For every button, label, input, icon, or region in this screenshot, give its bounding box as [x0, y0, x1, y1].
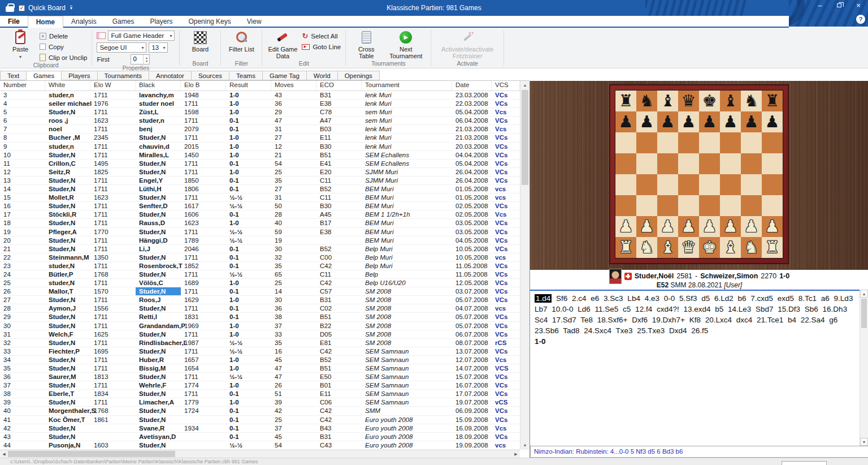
- board-square[interactable]: ♜: [615, 237, 636, 258]
- board-square[interactable]: [636, 132, 657, 153]
- board-square[interactable]: ♟: [636, 111, 657, 132]
- game-row[interactable]: 34Studer,N1711Huber,R16571-045B52SEM Sam…: [0, 356, 520, 364]
- vscroll-thumb[interactable]: [522, 90, 528, 185]
- view-tab-tournaments[interactable]: Tournaments: [98, 71, 149, 80]
- board-square[interactable]: ♞: [741, 237, 762, 258]
- game-row[interactable]: 38Eberle,T1834Studer,N17110-151E11SEM Sa…: [0, 390, 520, 398]
- game-row[interactable]: 17Stöckli,R1711Studer,N16060-128A45BEM 1…: [0, 210, 520, 219]
- board-square[interactable]: ♟: [741, 111, 762, 132]
- game-row[interactable]: 25studer,N1711Völös,C16891-025C42Belp U1…: [0, 279, 520, 287]
- chess-piece[interactable]: ♜: [615, 91, 636, 111]
- game-row[interactable]: 36Saurer,M1813Studer,N1711½-½47E50SEM Sa…: [0, 373, 520, 381]
- board-square[interactable]: ♟: [762, 216, 783, 237]
- board-square[interactable]: [741, 174, 762, 195]
- game-row[interactable]: 11Crillon,C1495Studer,N17110-154E41SEM E…: [0, 160, 520, 168]
- chess-piece[interactable]: ♟: [699, 216, 720, 237]
- board-square[interactable]: [657, 132, 678, 153]
- column-header-number[interactable]: Number: [0, 81, 45, 91]
- chess-piece[interactable]: ♟: [615, 111, 636, 132]
- chess-piece[interactable]: ♟: [678, 111, 699, 132]
- game-row[interactable]: 40Morgenthaler,S1768Studer,N17240-142C42…: [0, 407, 520, 415]
- notation-scroll-down-icon[interactable]: ▼: [860, 438, 868, 446]
- chess-piece[interactable]: ♟: [657, 216, 678, 237]
- board-square[interactable]: [741, 132, 762, 153]
- board-square[interactable]: [699, 174, 720, 195]
- game-row[interactable]: 4seiler michael1976studer noel17111-036E…: [0, 100, 520, 108]
- chess-piece[interactable]: ♞: [741, 237, 762, 258]
- game-row[interactable]: 5Studer,N1711Züst,L15981-029C78sem Muri0…: [0, 108, 520, 117]
- game-row[interactable]: 14Studer,N1711Lüthi,H18060-127B52BEM Mur…: [0, 185, 520, 193]
- board-square[interactable]: ♟: [699, 111, 720, 132]
- chess-piece[interactable]: ♟: [699, 111, 720, 132]
- quickboard-checkbox[interactable]: ✓: [19, 5, 25, 11]
- view-tab-players[interactable]: Players: [62, 71, 97, 80]
- next-tournament-button[interactable]: ▶ Next Tournament: [385, 29, 426, 60]
- game-row[interactable]: 9studer,n1711chauvin,d20151-012B30lenk M…: [0, 143, 520, 151]
- game-row[interactable]: 44Pusonja,N1603Studer,N½-½54C43Euro yout…: [0, 441, 520, 450]
- board-square[interactable]: ♟: [657, 216, 678, 237]
- scroll-left-icon[interactable]: ◀: [0, 450, 8, 458]
- notation-scroll-up-icon[interactable]: ▲: [860, 290, 868, 298]
- game-row[interactable]: 7noel1711benj20790-131B03lenk Muri21.03.…: [0, 125, 520, 134]
- chess-piece[interactable]: ♚: [699, 91, 720, 111]
- board-square[interactable]: ♜: [762, 91, 783, 111]
- game-row[interactable]: 3studer,n1711lavanchy,m19481-043B31lenk …: [0, 91, 520, 100]
- game-row[interactable]: 35Studer,N1711Bissig,M16541-047B51SEM Sa…: [0, 364, 520, 373]
- hscroll-thumb[interactable]: [8, 451, 175, 457]
- select-all-button[interactable]: ↻Select All: [302, 32, 341, 40]
- board-square[interactable]: ♝: [720, 237, 741, 258]
- column-header-vcs[interactable]: VCS: [492, 81, 520, 91]
- chess-piece[interactable]: ♛: [678, 91, 699, 111]
- chess-piece[interactable]: ♜: [615, 237, 636, 258]
- game-row[interactable]: 19Pfleger,A1770Studer,N1711½-½59E38BEM M…: [0, 228, 520, 236]
- board-square[interactable]: ♚: [699, 91, 720, 111]
- chess-piece[interactable]: ♟: [678, 216, 699, 237]
- board-square[interactable]: [615, 174, 636, 195]
- goto-line-button[interactable]: Goto Line: [302, 42, 341, 51]
- game-row[interactable]: 39Studer,N1711Limacher,A17791-039C06SEM …: [0, 398, 520, 407]
- board-square[interactable]: ♟: [615, 216, 636, 237]
- board-square[interactable]: ♟: [615, 111, 636, 132]
- board-square[interactable]: ♛: [678, 91, 699, 111]
- menu-tab-players[interactable]: Players: [142, 16, 180, 27]
- column-header-tournament[interactable]: Tournament: [362, 81, 452, 91]
- board-square[interactable]: ♟: [678, 111, 699, 132]
- board-square[interactable]: ♚: [699, 237, 720, 258]
- column-header-black[interactable]: Black: [136, 81, 181, 91]
- chess-piece[interactable]: ♟: [741, 216, 762, 237]
- board-square[interactable]: ♞: [741, 91, 762, 111]
- game-row[interactable]: 29Studer,N1711Retti,I18310-138B51SM 2008…: [0, 313, 520, 321]
- board-square[interactable]: ♟: [678, 216, 699, 237]
- game-row[interactable]: 6roos ,j1623studer,n17110-147A47sem Muri…: [0, 117, 520, 125]
- clip-or-unclip-button[interactable]: Clip or Unclip: [40, 53, 87, 62]
- column-header-result[interactable]: Result: [226, 81, 271, 91]
- game-row[interactable]: 21Studer,N1711Li,J20460-130B52Belp Muri1…: [0, 245, 520, 253]
- board-square[interactable]: [636, 174, 657, 195]
- game-row[interactable]: 23studer,N1711Rosenbrock,T18520-135C42Be…: [0, 262, 520, 270]
- menu-file[interactable]: File: [0, 16, 28, 27]
- board-square[interactable]: [615, 153, 636, 174]
- chess-piece[interactable]: ♚: [699, 237, 720, 258]
- board-square[interactable]: [741, 195, 762, 216]
- game-row[interactable]: 10Studer,N1711Miralles,L14501-021B51SEM …: [0, 151, 520, 160]
- board-button[interactable]: Board: [184, 29, 216, 60]
- board-square[interactable]: [636, 195, 657, 216]
- view-tab-openings[interactable]: Openings: [338, 71, 380, 80]
- board-square[interactable]: [678, 153, 699, 174]
- board-square[interactable]: [720, 174, 741, 195]
- game-row[interactable]: 22Steinmann,M1350Studer,N17110-132C00Bel…: [0, 253, 520, 262]
- help-icon[interactable]: ?: [856, 15, 865, 24]
- cross-table-button[interactable]: Cross Table: [350, 29, 382, 60]
- chess-piece[interactable]: ♟: [741, 111, 762, 132]
- game-row[interactable]: 32Studer,N1711Rindlisbacher,L1987½-½35E8…: [0, 339, 520, 347]
- edit-game-data-button[interactable]: Edit Game Data: [267, 29, 298, 60]
- app-icon[interactable]: [6, 6, 14, 12]
- chess-piece[interactable]: ♝: [720, 91, 741, 111]
- board-square[interactable]: [762, 195, 783, 216]
- board-square[interactable]: ♝: [657, 91, 678, 111]
- menu-tab-analysis[interactable]: Analysis: [63, 16, 105, 27]
- board-square[interactable]: [678, 195, 699, 216]
- board-square[interactable]: ♞: [636, 91, 657, 111]
- chess-piece[interactable]: ♟: [762, 111, 783, 132]
- filter-list-button[interactable]: Filter List: [225, 29, 257, 60]
